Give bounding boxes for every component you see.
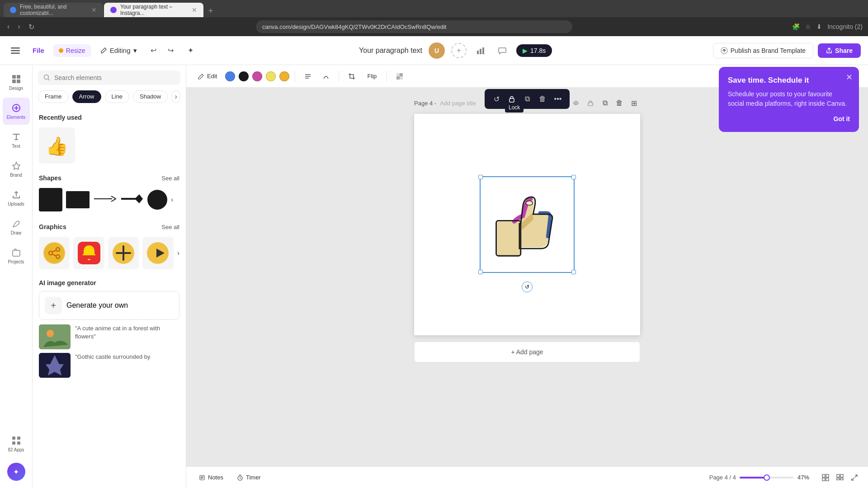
- filter-line[interactable]: Line: [105, 90, 130, 103]
- page-lock-btn[interactable]: [584, 97, 597, 109]
- filter-frame[interactable]: Frame: [38, 90, 69, 103]
- el-more-btn[interactable]: •••: [551, 92, 565, 106]
- fullscreen-button[interactable]: [848, 471, 861, 484]
- tab-1[interactable]: Free, beautiful, and customizabl... ✕: [4, 3, 103, 17]
- share-button[interactable]: Share: [818, 43, 861, 58]
- element-toolbar: ↺ ⧉ 🗑 ••• Lock: [485, 89, 570, 109]
- graphics-header: Graphics See all: [39, 223, 179, 230]
- bookmark-icon[interactable]: ☆: [805, 23, 811, 30]
- color-swatch-pink[interactable]: [252, 71, 262, 81]
- filter-shadow[interactable]: Shadow: [133, 90, 168, 103]
- redo-button[interactable]: ↪: [163, 43, 179, 58]
- page-title-placeholder[interactable]: Add page title: [440, 100, 476, 107]
- selected-element[interactable]: ↺: [480, 176, 575, 273]
- shapes-scroll-right[interactable]: ›: [171, 196, 173, 204]
- sidebar-item-uploads[interactable]: Uploads: [3, 184, 30, 211]
- edit-button[interactable]: Edit: [193, 70, 222, 82]
- extensions-icon[interactable]: 🧩: [792, 23, 800, 30]
- shape-square[interactable]: [39, 188, 62, 211]
- graphic-arrow-yellow[interactable]: [142, 237, 173, 269]
- play-icon: ▶: [523, 47, 528, 54]
- color-swatch-orange[interactable]: [279, 71, 289, 81]
- sidebar-item-brand[interactable]: Brand: [3, 155, 30, 183]
- sidebar-item-text[interactable]: Text: [3, 127, 30, 154]
- page-copy-btn[interactable]: ⧉: [599, 97, 611, 109]
- shape-circle[interactable]: [147, 190, 167, 210]
- hamburger-button[interactable]: [7, 42, 24, 59]
- curve-button[interactable]: [319, 69, 333, 84]
- handle-tr[interactable]: [571, 175, 576, 179]
- flip-button[interactable]: Flip: [363, 70, 381, 82]
- refresh-button[interactable]: ↻: [27, 21, 36, 33]
- nav-forward-button[interactable]: ›: [16, 21, 22, 33]
- comment-button[interactable]: [495, 43, 510, 58]
- got-it-button[interactable]: Got it: [833, 115, 850, 122]
- page-delete-btn[interactable]: 🗑: [613, 97, 626, 109]
- add-collaborator-button[interactable]: +: [451, 43, 467, 58]
- sidebar-item-design[interactable]: Design: [3, 69, 30, 96]
- timer-display[interactable]: ▶ 17.8s: [516, 44, 552, 57]
- new-tab-button[interactable]: +: [204, 5, 217, 17]
- tab-close-2[interactable]: ✕: [192, 6, 197, 14]
- list-view-button[interactable]: [834, 471, 846, 484]
- color-swatch-blue[interactable]: [225, 71, 235, 81]
- tab-close-1[interactable]: ✕: [91, 6, 97, 14]
- sidebar-item-projects[interactable]: Projects: [3, 242, 30, 269]
- el-delete-btn[interactable]: 🗑: [535, 92, 550, 106]
- magic-edit-button[interactable]: ✦: [183, 43, 198, 58]
- grid-view-button[interactable]: [819, 471, 832, 484]
- more-filters-button[interactable]: ›: [171, 90, 180, 103]
- undo-button[interactable]: ↩: [146, 43, 161, 58]
- add-page-button[interactable]: + Add page: [414, 342, 640, 362]
- sidebar-item-draw[interactable]: Draw: [3, 213, 30, 240]
- search-input-wrap[interactable]: [38, 70, 180, 85]
- publish-button[interactable]: Publish as Brand Template: [713, 43, 813, 58]
- graphics-see-all[interactable]: See all: [161, 224, 179, 230]
- svg-rect-58: [826, 474, 829, 477]
- graphics-scroll-right[interactable]: ›: [177, 249, 179, 257]
- zoom-slider[interactable]: [740, 477, 794, 479]
- download-icon[interactable]: ⬇: [816, 23, 822, 30]
- page-visibility-btn[interactable]: [570, 97, 582, 109]
- file-button[interactable]: File: [28, 44, 49, 57]
- shape-arrow-filled[interactable]: [120, 193, 144, 206]
- tab-2[interactable]: Your paragraph text – Instagra... ✕: [104, 3, 203, 17]
- rotate-handle[interactable]: ↺: [522, 282, 533, 292]
- graphic-share[interactable]: [39, 237, 70, 269]
- sidebar-label-elements: Elements: [7, 115, 26, 120]
- recently-used-thumb[interactable]: 👍: [39, 127, 75, 164]
- ai-image-1[interactable]: "A cute anime cat in a forest with flowe…: [39, 324, 179, 349]
- color-swatch-yellow[interactable]: [266, 71, 276, 81]
- sidebar-item-elements[interactable]: Elements: [3, 98, 30, 125]
- editing-button[interactable]: Editing ▾: [95, 44, 142, 57]
- nav-back-button[interactable]: ‹: [5, 21, 11, 33]
- align-button[interactable]: [301, 69, 315, 84]
- analytics-button[interactable]: [473, 43, 488, 58]
- handle-bl[interactable]: [478, 270, 483, 274]
- notification-close-button[interactable]: ✕: [846, 72, 853, 82]
- url-bar[interactable]: canva.com/design/DAGVwk84gKQ/2TWv0K2DrCA…: [256, 20, 572, 33]
- sidebar-item-apps[interactable]: 82 Apps: [3, 430, 30, 457]
- graphic-bell[interactable]: [73, 237, 104, 269]
- transparency-button[interactable]: [392, 69, 407, 84]
- page-more-btn[interactable]: ⊞: [627, 97, 640, 109]
- zoom-handle[interactable]: [764, 474, 770, 481]
- shape-rect[interactable]: [66, 191, 90, 208]
- handle-br[interactable]: [571, 270, 576, 274]
- shapes-see-all[interactable]: See all: [161, 175, 179, 182]
- handle-tl[interactable]: [478, 175, 483, 179]
- graphics-section: Graphics See all: [33, 218, 186, 237]
- shape-arrow-line[interactable]: [93, 193, 117, 206]
- crop-button[interactable]: [344, 69, 359, 84]
- filter-arrow[interactable]: Arrow: [72, 90, 101, 103]
- el-rotate-btn[interactable]: ↺: [489, 92, 504, 106]
- timer-button[interactable]: Timer: [231, 472, 266, 483]
- ai-image-2[interactable]: "Gothic castle surrounded by: [39, 353, 179, 378]
- graphic-plus[interactable]: [108, 237, 139, 269]
- notes-button[interactable]: Notes: [193, 472, 229, 483]
- color-swatch-black[interactable]: [239, 71, 249, 81]
- resize-button[interactable]: Resize: [53, 44, 91, 57]
- magic-assistant-button[interactable]: ✦: [7, 463, 25, 481]
- ai-generate-button[interactable]: + Generate your own: [39, 291, 179, 320]
- search-input[interactable]: [54, 74, 175, 81]
